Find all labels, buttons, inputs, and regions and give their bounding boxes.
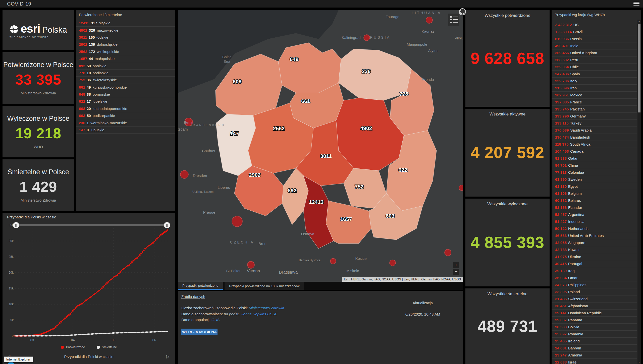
country-row[interactable]: 118 375South Africa xyxy=(552,141,637,148)
country-row[interactable]: 29 141Dominican Republic xyxy=(552,310,637,317)
carousel-next-icon[interactable]: ▷ xyxy=(166,354,170,359)
cases-time-chart[interactable]: 05k10k15k20k25k30k35k03040506 xyxy=(3,213,175,343)
country-row[interactable]: 40 415Portugal xyxy=(552,260,637,267)
country-row[interactable]: 23 247Armenia xyxy=(552,352,637,359)
link-johns-hopkins[interactable]: Johns Hopkins CSSE xyxy=(241,312,277,316)
voivodeship-row[interactable]: 62217lubelskie xyxy=(76,98,175,105)
country-row[interactable]: 31 486Switzerland xyxy=(552,295,637,302)
country-row[interactable]: 39 139Iraq xyxy=(552,267,637,274)
country-row[interactable]: 36 034Oman xyxy=(552,274,637,281)
country-row[interactable]: 215 096Iran xyxy=(552,85,637,92)
country-row[interactable]: 53 156Ecuador xyxy=(552,204,637,211)
covid-bubble[interactable] xyxy=(445,249,451,256)
expand-icon[interactable] xyxy=(459,8,466,15)
country-row[interactable]: 33 395Poland xyxy=(552,288,637,295)
voivodeship-row[interactable]: 64938pomorskie xyxy=(76,91,175,98)
covid-bubble[interactable] xyxy=(390,260,396,266)
map-zoom-in-button[interactable]: + xyxy=(453,262,459,268)
voivodeship-row[interactable]: 60820zachodniopomorskie xyxy=(76,105,175,112)
country-row[interactable]: 60 382Belarus xyxy=(552,197,637,204)
country-row[interactable]: 193 790Germany xyxy=(552,113,637,120)
country-row[interactable]: 247 486Spain xyxy=(552,71,637,78)
covid-bubble[interactable] xyxy=(232,216,242,227)
country-row[interactable]: 22 638Israel xyxy=(552,359,637,364)
scrollbar-thumb[interactable] xyxy=(638,24,640,112)
country-row[interactable]: 29 037Panama xyxy=(552,317,637,324)
covid-bubble[interactable] xyxy=(364,35,370,41)
country-row[interactable]: 25 697Romania xyxy=(552,331,637,338)
country-row[interactable]: 309 456United Kingdom xyxy=(552,49,637,56)
country-row[interactable]: 195 745Pakistan xyxy=(552,106,637,113)
country-row[interactable]: 28 503Bolivia xyxy=(552,324,637,331)
country-row[interactable]: 104 463Canada xyxy=(552,148,637,155)
voivodeship-row[interactable]: 4902326mazowieckie xyxy=(76,27,175,34)
country-row[interactable]: 42 955Singapore xyxy=(552,239,637,246)
map-zoom-out-button[interactable]: − xyxy=(453,269,459,275)
voivodeship-row[interactable]: 89250opolskie xyxy=(76,62,175,69)
country-row[interactable]: 239 706Italy xyxy=(552,78,637,85)
country-row[interactable]: 50 122Netherlands xyxy=(552,225,637,232)
country-row[interactable]: 52 457Argentina xyxy=(552,211,637,218)
country-row[interactable]: 51 427Indonesia xyxy=(552,218,637,225)
country-row[interactable]: 63 890Sweden xyxy=(552,176,637,183)
country-row[interactable]: 24 081Bahrain xyxy=(552,345,637,352)
legend-item-confirmed[interactable]: Potwierdzone xyxy=(61,345,85,349)
country-row[interactable]: 202 951Mexico xyxy=(552,92,637,99)
covid-bubble[interactable] xyxy=(459,185,463,191)
time-slider-handle[interactable] xyxy=(164,222,170,228)
country-row[interactable]: 77 313Colombia xyxy=(552,169,637,176)
legend-item-deaths[interactable]: Śmiertelne xyxy=(97,345,117,349)
country-row[interactable]: 619 936Russia xyxy=(552,35,637,42)
scroll-down-icon[interactable]: ▼ xyxy=(637,361,641,363)
voivodeship-row[interactable]: 12413317śląskie xyxy=(76,20,175,27)
voivodeship-row[interactable]: 77810podlaskie xyxy=(76,70,175,77)
country-row[interactable]: 30 451Afghanistan xyxy=(552,302,637,310)
country-row[interactable]: 130 474Bangladesh xyxy=(552,134,637,141)
country-row[interactable]: 42 788Kuwait xyxy=(552,246,637,253)
voivodeship-row[interactable]: 2902139dolnośląskie xyxy=(76,41,175,48)
country-row[interactable]: 193 115Turkey xyxy=(552,120,637,127)
country-row[interactable]: 490 401India xyxy=(552,42,637,49)
mobile-version-link[interactable]: WERSJA MOBILNA xyxy=(181,329,218,335)
city-label: St Polten xyxy=(226,269,242,273)
covid-bubble[interactable] xyxy=(330,258,336,264)
country-row[interactable]: 197 885France xyxy=(552,99,637,106)
country-row[interactable]: 34 073Philippines xyxy=(552,281,637,288)
menu-icon[interactable] xyxy=(633,2,639,6)
voivodeship-row[interactable]: 66149kujawsko-pomorskie xyxy=(76,84,175,91)
country-row[interactable]: 61 106Belgium xyxy=(552,190,637,197)
covid-bubble[interactable] xyxy=(247,261,254,268)
country-row[interactable]: 84 701China xyxy=(552,162,637,169)
voivodeship-row[interactable]: 2562172wielkopolskie xyxy=(76,48,175,55)
covid-bubble[interactable] xyxy=(180,170,188,178)
country-row[interactable]: 46 563United Arab Emirates xyxy=(552,232,637,239)
poland-choropleth-map[interactable]: BalticSeaLITHUANIATaurageKaunasVilniusMa… xyxy=(178,10,463,282)
voivodeship-row[interactable]: 3011160łódzkie xyxy=(76,34,175,41)
tab-przypadki-100k[interactable]: Przypadki potwierdzone na 100k mieszkańc… xyxy=(225,282,304,290)
country-row[interactable]: 170 639Saudi Arabia xyxy=(552,127,637,134)
voivodeship-row[interactable]: 1470lubuskie xyxy=(76,127,175,134)
covid-bubble[interactable] xyxy=(426,17,433,23)
country-row[interactable]: 1 228 114Brazil xyxy=(552,28,637,35)
tab-przypadki-potwierdzone[interactable]: Przypadki potwierdzone xyxy=(178,282,223,290)
country-row[interactable]: 91 838Qatar xyxy=(552,155,637,162)
voivodeship-row[interactable]: 60350podkarpackie xyxy=(76,112,175,119)
country-row[interactable]: 25 405Ireland xyxy=(552,338,637,345)
map-panel[interactable]: BalticSeaLITHUANIATaurageKaunasVilniusMa… xyxy=(178,10,463,282)
voivodeship-row[interactable]: 165744małopolskie xyxy=(76,55,175,62)
link-ministerstwo-zdrowia[interactable]: Ministerstwo Zdrowia xyxy=(249,306,284,310)
time-slider-handle[interactable] xyxy=(13,222,19,228)
voivodeship-row[interactable]: 75236świętokrzyskie xyxy=(76,77,175,84)
country-list-scrollbar[interactable]: ▲ ▼ xyxy=(637,20,641,364)
country-row[interactable]: 259 064Chile xyxy=(552,64,637,71)
country-row[interactable]: 61 130Egypt xyxy=(552,183,637,190)
map-region-pomorskie[interactable] xyxy=(278,43,341,93)
voivodeship-row[interactable]: 2361warmińsko-mazurskie xyxy=(76,119,175,126)
country-row[interactable]: 268 602Peru xyxy=(552,56,637,64)
country-row[interactable]: 41 975Ukraine xyxy=(552,253,637,260)
map-legend-icon[interactable] xyxy=(448,14,459,26)
link-gus[interactable]: GUS xyxy=(211,318,220,322)
app-header: COVID-19 xyxy=(0,0,643,8)
country-row[interactable]: 2 422 312US xyxy=(552,21,637,28)
scroll-up-icon[interactable]: ▲ xyxy=(637,20,641,22)
